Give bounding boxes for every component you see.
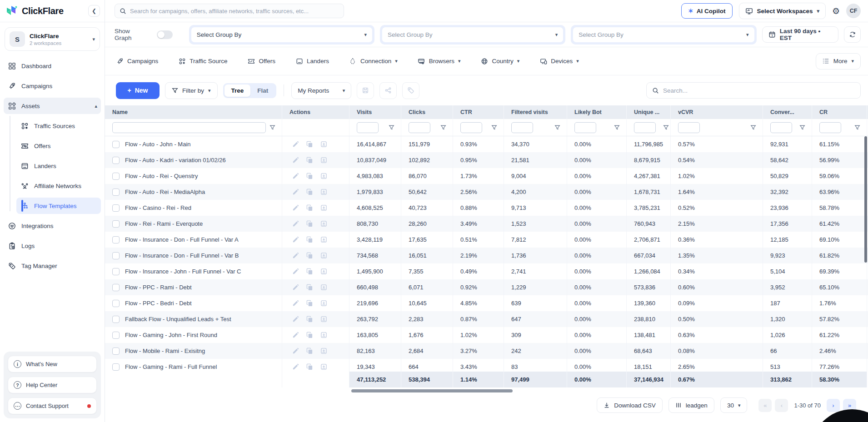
pencil-icon[interactable] [292,157,299,164]
group-by-select-1[interactable]: Select Group By ▾ [191,27,372,42]
more-columns-button[interactable]: More ▾ [816,53,861,70]
page-size-dropdown[interactable]: 30 ▾ [720,397,748,413]
column-header-ctr[interactable]: CTR [453,105,504,119]
tag-button[interactable] [402,82,419,99]
row-checkbox[interactable] [112,268,120,275]
copy-icon[interactable] [306,220,313,227]
copy-icon[interactable] [306,284,313,291]
table-search-input[interactable] [663,87,855,94]
column-filter-input[interactable] [634,122,656,133]
copy-icon[interactable] [306,332,313,338]
sidebar-item-dashboard[interactable]: Dashboard [4,58,101,74]
help-center-button[interactable]: ? Help Center [8,377,97,393]
row-checkbox[interactable] [112,348,120,355]
pencil-icon[interactable] [292,332,299,338]
funnel-icon[interactable] [389,124,394,130]
copy-icon[interactable] [306,348,313,354]
column-header-actions[interactable]: Actions [282,105,349,119]
archive-tray-icon[interactable] [320,204,327,211]
tab-devices[interactable]: Devices ▾ [539,57,579,65]
column-header-visits[interactable]: Visits [349,105,401,119]
column-filter-input[interactable] [574,122,596,133]
pencil-icon[interactable] [292,300,299,307]
contact-support-button[interactable]: ⋯ Contact Support [8,397,97,414]
pencil-icon[interactable] [292,141,299,148]
copy-icon[interactable] [306,268,313,275]
row-checkbox[interactable] [112,220,120,228]
row-checkbox[interactable] [112,157,120,164]
column-filter-input[interactable] [409,122,430,133]
pencil-icon[interactable] [292,236,299,243]
archive-tray-icon[interactable] [320,141,327,148]
pencil-icon[interactable] [292,220,299,227]
sidebar-item-offers[interactable]: Offers [16,138,101,154]
column-header-clicks[interactable]: Clicks [401,105,453,119]
row-checkbox[interactable] [112,284,120,291]
copy-icon[interactable] [306,363,313,370]
select-workspaces-dropdown[interactable]: Select Workspaces ▾ [739,3,826,19]
row-checkbox[interactable] [112,141,120,148]
pencil-icon[interactable] [292,173,299,179]
user-avatar[interactable]: CF [846,4,861,18]
whats-new-button[interactable]: i What's New [8,356,97,372]
download-csv-button[interactable]: Download CSV [597,397,663,413]
archive-tray-icon[interactable] [320,348,327,354]
row-checkbox[interactable] [112,204,120,212]
column-filter-input[interactable] [357,122,379,133]
pencil-icon[interactable] [292,363,299,370]
copy-icon[interactable] [306,300,313,307]
next-page-button[interactable]: › [827,399,840,412]
funnel-icon[interactable] [854,124,860,130]
date-range-button[interactable]: 1 Last 90 days • EST [762,26,838,43]
row-checkbox[interactable] [112,173,120,180]
vertical-scrollbar-thumb[interactable] [864,136,867,263]
copy-icon[interactable] [306,316,313,323]
archive-tray-icon[interactable] [320,157,327,164]
sidebar-item-assets[interactable]: Assets ▴ [4,98,101,114]
sidebar-item-affiliate-networks[interactable]: Affiliate Networks [16,178,101,194]
archive-tray-icon[interactable] [320,316,327,323]
archive-tray-icon[interactable] [320,332,327,338]
sidebar-item-campaigns[interactable]: Campaigns [4,78,101,94]
copy-icon[interactable] [306,204,313,211]
show-graph-toggle[interactable] [157,30,173,39]
archive-tray-icon[interactable] [320,300,327,307]
new-button[interactable]: +New [116,82,160,99]
archive-tray-icon[interactable] [320,363,327,370]
row-checkbox[interactable] [112,363,120,371]
ai-copilot-button[interactable]: ✶ AI Copilot [681,3,732,19]
my-reports-dropdown[interactable]: My Reports ▾ [291,82,351,99]
gear-icon[interactable]: ⚙ [832,7,840,15]
copy-icon[interactable] [306,141,313,148]
funnel-icon[interactable] [554,124,560,130]
column-filter-input[interactable] [678,122,700,133]
archive-tray-icon[interactable] [320,189,327,195]
copy-icon[interactable] [306,173,313,179]
pencil-icon[interactable] [292,348,299,354]
pencil-icon[interactable] [292,189,299,195]
pencil-icon[interactable] [292,252,299,259]
funnel-icon[interactable] [663,124,669,130]
archive-tray-icon[interactable] [320,173,327,179]
row-checkbox[interactable] [112,189,120,196]
table-search[interactable] [646,82,861,99]
tab-landers[interactable]: Landers [295,57,329,65]
row-checkbox[interactable] [112,236,120,243]
horizontal-scrollbar-thumb[interactable] [351,389,513,392]
global-search[interactable] [115,4,344,18]
sidebar-item-integrations[interactable]: Integrations [4,218,101,234]
sidebar-item-tag-manager[interactable]: Tag Manager [4,258,101,274]
archive-tray-icon[interactable] [320,236,327,243]
column-filter-input[interactable] [511,122,533,133]
funnel-icon[interactable] [799,124,805,130]
name-filter-input[interactable] [112,122,266,133]
tab-traffic-source[interactable]: Traffic Source [178,57,227,65]
first-page-button[interactable]: « [758,399,772,412]
sidebar-item-landers[interactable]: Landers [16,158,101,174]
pencil-icon[interactable] [292,284,299,291]
row-checkbox[interactable] [112,300,120,307]
sidebar-collapse-button[interactable]: ❮ [88,5,100,17]
sidebar-item-traffic-sources[interactable]: Traffic Sources [16,118,101,134]
row-checkbox[interactable] [112,332,120,339]
tab-connection[interactable]: Connection ▾ [349,57,398,65]
